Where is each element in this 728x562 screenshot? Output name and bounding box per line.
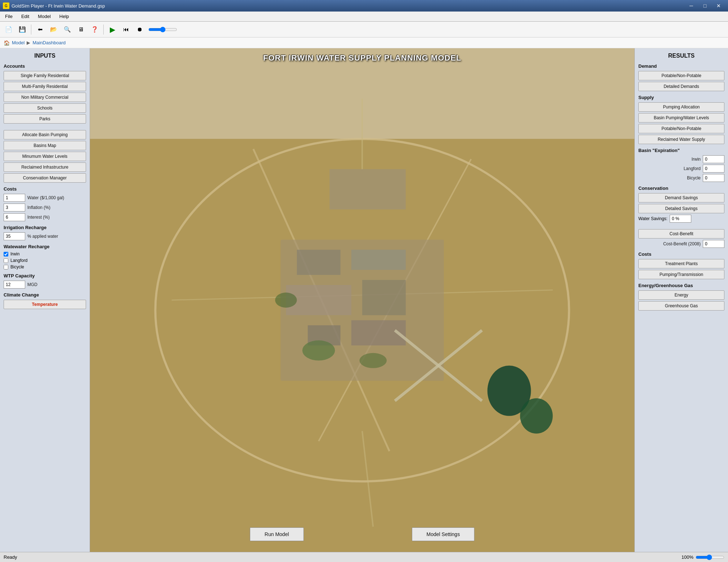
toolbar-run-btn[interactable]: ▶ [106,23,119,36]
menu-file[interactable]: File [1,12,16,21]
basin-irwin-row: Irwin [638,155,724,163]
btn-pumping-alloc[interactable]: Pumping Allocation [638,102,724,112]
btn-conservation-mgr[interactable]: Conservation Manager [4,173,86,183]
btn-treatment-plants[interactable]: Treatment Plants [638,259,724,268]
btn-reclaimed-supply[interactable]: Reclaimed Water Supply [638,135,724,144]
btn-detailed-savings[interactable]: Detailed Savings [638,204,724,213]
close-button[interactable]: ✕ [712,1,725,11]
btn-reclaimed-infra[interactable]: Reclaimed Infrastructure [4,162,86,172]
btn-greenhouse-gas[interactable]: Greenhouse Gas [638,301,724,311]
svg-point-18 [302,340,335,361]
water-savings-input[interactable] [670,215,691,223]
menu-model[interactable]: Model [34,12,54,21]
ww-bicycle-checkbox[interactable] [4,265,8,269]
irrigation-unit: % applied water [27,234,58,239]
ww-langford-checkbox[interactable] [4,258,8,263]
energy-ghg-label: Energy/Greenhouse Gas [638,283,724,288]
cost-water-input[interactable] [4,194,25,202]
ww-irwin-checkbox[interactable] [4,252,8,257]
btn-parks[interactable]: Parks [4,114,86,124]
cost-inflation-input[interactable] [4,204,25,211]
btn-pumping-trans[interactable]: Pumping/Transmission [638,270,724,279]
ww-irwin-label: Irwin [10,251,19,257]
toolbar-search-btn[interactable]: 🔍 [61,23,74,36]
breadcrumb-arrow: ▶ [27,40,30,45]
ww-langford-label: Langford [10,258,27,263]
btn-allocate-basin[interactable]: Allocate Basin Pumping [4,130,86,139]
basin-bicycle-input[interactable] [703,174,724,182]
wastewater-label: Watewater Recharge [4,244,86,249]
breadcrumb-model[interactable]: Model [12,40,24,45]
btn-potable-nonpotable[interactable]: Potable/Non-Potable [638,71,724,80]
minimize-button[interactable]: ─ [685,1,698,11]
toolbar-open-btn[interactable]: 📂 [47,23,60,36]
btn-schools[interactable]: Schools [4,103,86,113]
btn-basins-map[interactable]: Basins Map [4,141,86,150]
main-layout: INPUTS Accounts Single Family Residentia… [0,48,728,552]
cost-water-label: Water ($/1,000 gal) [27,195,64,200]
btn-supply-potable[interactable]: Potable/Non-Potable [638,124,724,133]
basin-langford-row: Langford [638,165,724,173]
climate-label: Climate Change [4,292,86,298]
status-text: Ready [4,554,17,560]
toolbar-stop-btn[interactable]: ⏺ [133,23,146,36]
btn-cost-benefit[interactable]: Cost-Benefit [638,229,724,238]
run-model-button[interactable]: Run Model [250,527,304,541]
btn-temperature[interactable]: Temperature [4,300,86,309]
right-panel-results: RESULTS Demand Potable/Non-Potable Detai… [634,48,728,552]
wtp-input[interactable] [4,281,25,289]
title-bar: G GoldSim Player - Ft Irwin Water Demand… [0,0,728,12]
svg-point-19 [275,293,297,308]
basin-langford-input[interactable] [703,165,724,173]
svg-rect-11 [362,280,406,315]
basin-irwin-input[interactable] [703,155,724,163]
toolbar-reset-btn[interactable]: ⏮ [120,23,132,36]
wtp-label: WTP Capacity [4,273,86,278]
btn-single-family[interactable]: Single Family Residential [4,71,86,80]
app-icon: G [3,3,9,9]
svg-rect-8 [297,250,341,275]
svg-rect-21 [329,169,406,210]
toolbar-back-btn[interactable]: ⬅ [33,23,46,36]
menu-bar: File Edit Model Help [0,12,728,22]
irrigation-input[interactable] [4,232,25,240]
toolbar-help-btn[interactable]: ❓ [88,23,101,36]
ww-langford-row: Langford [4,258,86,263]
ww-irwin-row: Irwin [4,251,86,257]
demand-label: Demand [638,63,724,69]
basin-bicycle-row: Bicycle [638,174,724,182]
toolbar-screen-btn[interactable]: 🖥 [75,23,87,36]
zoom-slider[interactable] [696,554,724,560]
costs-label: Costs [4,186,86,192]
inputs-panel-title: INPUTS [4,53,86,59]
home-icon: 🏠 [4,40,10,46]
btn-energy[interactable]: Energy [638,290,724,300]
water-savings-label: Water Savings: [638,216,668,221]
cost-interest-input[interactable] [4,213,25,221]
cost-benefit-input[interactable] [703,240,724,248]
btn-detailed-demands[interactable]: Detailed Demands [638,82,724,91]
btn-multi-family[interactable]: Multi-Family Residential [4,82,86,91]
zoom-level: 100% [682,554,693,560]
btn-min-water[interactable]: Minumum Water Levels [4,152,86,161]
menu-edit[interactable]: Edit [18,12,33,21]
btn-non-military[interactable]: Non Military Commercial [4,93,86,102]
supply-label: Supply [638,95,724,100]
toolbar-save-btn[interactable]: 💾 [16,23,29,36]
results-panel-title: RESULTS [638,53,724,59]
cost-benefit-label: Cost-Benefit (2008) [638,241,701,246]
model-settings-button[interactable]: Model Settings [412,527,475,541]
btn-basin-pumping[interactable]: Basin Pumping/Water Levels [638,113,724,122]
cost-water-row: Water ($/1,000 gal) [4,194,86,202]
wtp-unit: MGD [27,282,37,287]
window-title: GoldSim Player - Ft Irwin Water Demand.g… [12,3,105,9]
toolbar-separator-2 [103,24,104,35]
maximize-button[interactable]: □ [698,1,711,11]
btn-demand-savings[interactable]: Demand Savings [638,193,724,202]
toolbar-slider[interactable] [148,26,177,33]
menu-help[interactable]: Help [56,12,73,21]
breadcrumb-dashboard[interactable]: MainDashboard [32,40,66,45]
toolbar-new-btn[interactable]: 📄 [2,23,15,36]
cost-interest-label: Interest (%) [27,215,50,220]
map-svg [90,48,634,552]
